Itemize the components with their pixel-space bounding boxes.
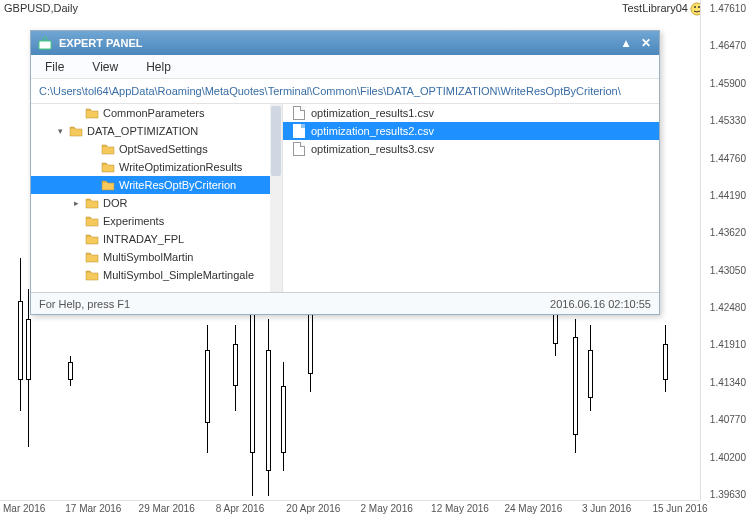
minimize-icon[interactable]: ▴ [619, 36, 633, 50]
candle [575, 319, 576, 453]
x-tick: 29 Mar 2016 [139, 503, 195, 514]
status-timestamp: 2016.06.16 02:10:55 [550, 298, 651, 310]
file-item-label: optimization_results2.csv [311, 125, 434, 137]
menu-help[interactable]: Help [146, 60, 171, 74]
close-icon[interactable]: ✕ [639, 36, 653, 50]
app-icon [37, 35, 53, 51]
chart-library-label: TestLibrary04 [622, 2, 688, 14]
file-item[interactable]: optimization_results2.csv [283, 122, 659, 140]
svg-rect-3 [39, 41, 51, 49]
x-tick: 12 May 2016 [431, 503, 489, 514]
file-item[interactable]: optimization_results1.csv [283, 104, 659, 122]
window-title: EXPERT PANEL [59, 37, 143, 49]
file-icon [293, 142, 305, 156]
file-list[interactable]: optimization_results1.csvoptimization_re… [283, 104, 659, 292]
y-tick: 1.42480 [710, 302, 746, 313]
file-item-label: optimization_results1.csv [311, 107, 434, 119]
candle [665, 325, 666, 392]
file-icon [293, 124, 305, 138]
menu-file[interactable]: File [45, 60, 64, 74]
candle [235, 325, 236, 410]
tree-item[interactable]: ▾DATA_OPTIMIZATION [31, 122, 282, 140]
x-tick: 8 Apr 2016 [216, 503, 264, 514]
tree-item-label: INTRADAY_FPL [103, 233, 184, 245]
tree-item-label: Experiments [103, 215, 164, 227]
tree-item-label: MultiSymbolMartin [103, 251, 193, 263]
candle [20, 258, 21, 410]
menubar: File View Help [31, 55, 659, 79]
candle [70, 356, 71, 386]
y-tick: 1.44190 [710, 189, 746, 200]
x-tick: 7 Mar 2016 [0, 503, 45, 514]
y-tick: 1.41340 [710, 376, 746, 387]
svg-point-1 [694, 6, 696, 8]
tree-item[interactable]: INTRADAY_FPL [31, 230, 282, 248]
y-tick: 1.46470 [710, 40, 746, 51]
chart-symbol-title: GBPUSD,Daily [4, 2, 78, 14]
tree-item-label: OptSavedSettings [119, 143, 208, 155]
y-tick: 1.44760 [710, 152, 746, 163]
tree-item-label: CommonParameters [103, 107, 204, 119]
tree-item-label: WriteOptimizationResults [119, 161, 242, 173]
x-tick: 17 Mar 2016 [65, 503, 121, 514]
candle [268, 319, 269, 496]
disclosure-icon[interactable]: ▾ [55, 126, 65, 136]
x-tick: 3 Jun 2016 [582, 503, 632, 514]
candle [207, 325, 208, 453]
tree-item-label: MultiSymbol_SimpleMartingale [103, 269, 254, 281]
x-tick: 2 May 2016 [361, 503, 413, 514]
x-tick: 24 May 2016 [504, 503, 562, 514]
tree-item[interactable]: CommonParameters [31, 104, 282, 122]
y-tick: 1.43620 [710, 227, 746, 238]
folder-tree[interactable]: CommonParameters▾DATA_OPTIMIZATIONOptSav… [31, 104, 283, 292]
tree-item[interactable]: MultiSymbol_SimpleMartingale [31, 266, 282, 284]
titlebar[interactable]: EXPERT PANEL ▴ ✕ [31, 31, 659, 55]
y-tick: 1.40770 [710, 414, 746, 425]
tree-item[interactable]: OptSavedSettings [31, 140, 282, 158]
statusbar: For Help, press F1 2016.06.16 02:10:55 [31, 292, 659, 314]
status-help-text: For Help, press F1 [39, 298, 130, 310]
tree-item-label: DATA_OPTIMIZATION [87, 125, 198, 137]
x-axis: 7 Mar 201617 Mar 201629 Mar 20168 Apr 20… [0, 500, 700, 520]
candle [590, 325, 591, 410]
scrollbar-thumb[interactable] [271, 106, 281, 176]
file-item[interactable]: optimization_results3.csv [283, 140, 659, 158]
tree-item[interactable]: Experiments [31, 212, 282, 230]
menu-view[interactable]: View [92, 60, 118, 74]
y-tick: 1.40200 [710, 451, 746, 462]
disclosure-icon[interactable]: ▸ [71, 198, 81, 208]
file-icon [293, 106, 305, 120]
tree-scrollbar[interactable] [270, 104, 282, 292]
tree-item[interactable]: MultiSymbolMartin [31, 248, 282, 266]
tree-item[interactable]: WriteResOptByCriterion [31, 176, 282, 194]
tree-item-label: DOR [103, 197, 127, 209]
y-tick: 1.45330 [710, 115, 746, 126]
file-item-label: optimization_results3.csv [311, 143, 434, 155]
tree-item-label: WriteResOptByCriterion [119, 179, 236, 191]
y-tick: 1.47610 [710, 3, 746, 14]
y-tick: 1.39630 [710, 489, 746, 500]
candle [283, 362, 284, 472]
path-breadcrumb[interactable]: C:\Users\tol64\AppData\Roaming\MetaQuote… [31, 79, 659, 104]
x-tick: 20 Apr 2016 [286, 503, 340, 514]
candle [28, 289, 29, 447]
y-tick: 1.41910 [710, 339, 746, 350]
tree-item[interactable]: WriteOptimizationResults [31, 158, 282, 176]
tree-item[interactable]: ▸DOR [31, 194, 282, 212]
y-tick: 1.45900 [710, 77, 746, 88]
y-axis: 1.476101.464701.459001.453301.447601.441… [700, 0, 748, 500]
expert-panel-window: EXPERT PANEL ▴ ✕ File View Help C:\Users… [30, 30, 660, 315]
y-tick: 1.43050 [710, 264, 746, 275]
x-tick: 15 Jun 2016 [652, 503, 707, 514]
